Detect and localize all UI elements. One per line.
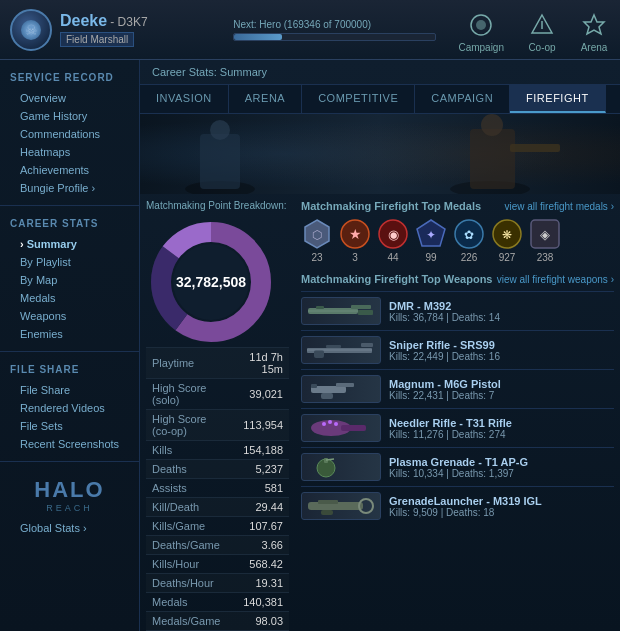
medal-item: ◈ 238 <box>529 218 561 263</box>
stat-label: High Score (solo) <box>146 379 233 410</box>
list-item: GrenadeLauncher - M319 IGL Kills: 9,509 … <box>301 486 614 525</box>
stat-label: Assists <box>146 479 233 498</box>
medals-section: Matchmaking Firefight Top Medals view al… <box>301 200 614 263</box>
career-stats-section: CAREER STATS › Summary By Playlist By Ma… <box>0 206 139 352</box>
xp-fill <box>234 34 282 40</box>
svg-text:✦: ✦ <box>426 228 436 242</box>
mode-tab-firefight[interactable]: FIREFIGHT <box>510 85 606 113</box>
sidebar-item-medals[interactable]: Medals <box>0 289 139 307</box>
donut-container: 32,782,508 <box>146 217 276 347</box>
sidebar-item-overview[interactable]: Overview <box>0 89 139 107</box>
svg-marker-4 <box>584 15 604 34</box>
skull-icon: ☠ <box>25 22 38 38</box>
sidebar-item-playlist[interactable]: By Playlist <box>0 253 139 271</box>
weapon-name: GrenadeLauncher - M319 IGL <box>389 495 542 507</box>
svg-text:⬡: ⬡ <box>312 228 322 242</box>
list-item: Magnum - M6G Pistol Kills: 22,431 | Deat… <box>301 369 614 408</box>
view-medals-link[interactable]: view all firefight medals › <box>505 201 615 212</box>
weapon-image <box>301 336 381 364</box>
xp-bar <box>233 33 436 41</box>
table-row: Deaths/Hour19.31 <box>146 574 289 593</box>
halo-reach-logo: HALO REACH <box>0 462 139 518</box>
weapon-stats: Kills: 22,431 | Deaths: 7 <box>389 390 501 401</box>
svg-rect-55 <box>318 500 338 504</box>
nav-tab-arena[interactable]: Arena <box>568 7 620 59</box>
sidebar-item-rendered-videos[interactable]: Rendered Videos <box>0 399 139 417</box>
weapon-name: Magnum - M6G Pistol <box>389 378 501 390</box>
mode-tab-campaign[interactable]: CAMPAIGN <box>415 85 510 113</box>
svg-rect-6 <box>200 134 240 189</box>
stat-value: 39,021 <box>233 379 289 410</box>
sidebar-item-heatmaps[interactable]: Heatmaps <box>0 143 139 161</box>
stat-value: 29.44 <box>233 498 289 517</box>
sidebar-item-bungie-profile[interactable]: Bungie Profile <box>0 179 139 197</box>
svg-rect-56 <box>321 510 333 515</box>
weapon-name: Sniper Rifle - SRS99 <box>389 339 500 351</box>
medal-count: 23 <box>311 252 322 263</box>
coop-icon <box>528 11 556 39</box>
sidebar-item-recent-screenshots[interactable]: Recent Screenshots <box>0 435 139 453</box>
avatar: ☠ <box>10 9 52 51</box>
content-area: Career Stats: Summary INVASION ARENA COM… <box>140 60 620 631</box>
sidebar-item-summary[interactable]: › Summary <box>0 235 139 253</box>
medal-icon: ◉ <box>377 218 409 250</box>
player-name: Deeke - D3K7 <box>60 12 213 30</box>
sidebar: SERVICE RECORD Overview Game History Com… <box>0 60 140 631</box>
sidebar-item-map[interactable]: By Map <box>0 271 139 289</box>
player-rank: Field Marshall <box>60 32 134 47</box>
mode-tab-custom[interactable]: CUSTOM <box>606 85 620 113</box>
halo-sub-text: REACH <box>10 503 129 513</box>
hero-area <box>140 114 620 194</box>
medal-icon: ★ <box>339 218 371 250</box>
weapon-info: Sniper Rifle - SRS99 Kills: 22,449 | Dea… <box>389 339 500 362</box>
weapon-info: Needler Rifle - T31 Rifle Kills: 11,276 … <box>389 417 512 440</box>
weapon-stats: Kills: 9,509 | Deaths: 18 <box>389 507 542 518</box>
stat-value: 140,381 <box>233 593 289 612</box>
arena-icon <box>580 11 608 39</box>
medal-item: ✦ 99 <box>415 218 447 263</box>
svg-rect-43 <box>321 393 333 399</box>
weapon-stats: Kills: 11,276 | Deaths: 274 <box>389 429 512 440</box>
medal-item: ⬡ 23 <box>301 218 333 263</box>
sidebar-item-enemies[interactable]: Enemies <box>0 325 139 343</box>
table-row: Deaths/Game3.66 <box>146 536 289 555</box>
sidebar-item-commendations[interactable]: Commendations <box>0 125 139 143</box>
stat-label: Playtime <box>146 348 233 379</box>
nav-tab-coop[interactable]: Co-op <box>516 7 568 59</box>
mode-tab-invasion[interactable]: INVASION <box>140 85 229 113</box>
nav-tab-campaign[interactable]: Campaign <box>446 7 516 59</box>
sidebar-item-achievements[interactable]: Achievements <box>0 161 139 179</box>
sidebar-item-game-history[interactable]: Game History <box>0 107 139 125</box>
list-item: Needler Rifle - T31 Rifle Kills: 11,276 … <box>301 408 614 447</box>
stat-label: Kill/Death <box>146 498 233 517</box>
mode-tab-arena[interactable]: ARENA <box>229 85 302 113</box>
sidebar-item-weapons[interactable]: Weapons <box>0 307 139 325</box>
weapons-header: Matchmaking Firefight Top Weapons view a… <box>301 273 614 285</box>
stats-table: Playtime11d 7h 15mHigh Score (solo)39,02… <box>146 347 289 631</box>
mode-tab-competitive[interactable]: COMPETITIVE <box>302 85 415 113</box>
halo-logo-text: HALO <box>10 477 129 503</box>
sidebar-item-file-share[interactable]: File Share <box>0 381 139 399</box>
sidebar-item-file-sets[interactable]: File Sets <box>0 417 139 435</box>
weapon-image <box>301 453 381 481</box>
table-row: Kills154,188 <box>146 441 289 460</box>
weapon-info: GrenadeLauncher - M319 IGL Kills: 9,509 … <box>389 495 542 518</box>
medal-item: ◉ 44 <box>377 218 409 263</box>
view-weapons-link[interactable]: view all firefight weapons › <box>497 274 614 285</box>
table-row: Kills/Game107.67 <box>146 517 289 536</box>
stat-label: Kills/Game <box>146 517 233 536</box>
stat-label: Deaths/Hour <box>146 574 233 593</box>
svg-rect-11 <box>510 144 560 152</box>
medal-item: ✿ 226 <box>453 218 485 263</box>
table-row: High Score (co-op)113,954 <box>146 410 289 441</box>
table-row: Assists581 <box>146 479 289 498</box>
sidebar-item-global-stats[interactable]: Global Stats › <box>0 518 139 538</box>
medals-row: ⬡ 23 ★ 3 ◉ 44 ✦ 99 ✿ 226 ❋ 927 ◈ 238 <box>301 218 614 263</box>
svg-text:◉: ◉ <box>388 227 399 242</box>
weapon-image <box>301 375 381 403</box>
donut-value: 32,782,508 <box>176 274 246 290</box>
svg-rect-39 <box>314 350 324 358</box>
svg-point-49 <box>334 422 338 426</box>
medal-count: 99 <box>425 252 436 263</box>
weapons-section: Matchmaking Firefight Top Weapons view a… <box>301 273 614 525</box>
